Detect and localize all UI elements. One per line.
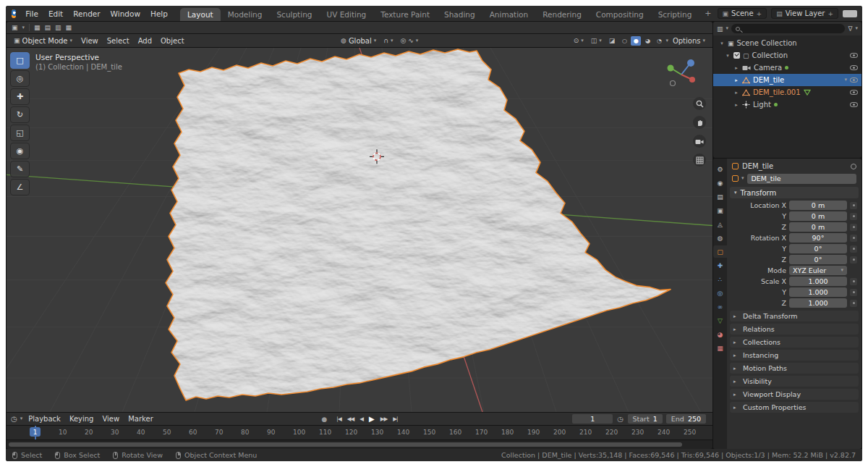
hide-eye-icon[interactable]	[850, 65, 858, 70]
topbar-menu[interactable]: Render	[68, 8, 105, 20]
view-layer-selector[interactable]: ▤ View Layer +	[771, 8, 838, 19]
location-z-field[interactable]: 0 m	[789, 222, 847, 232]
shading-material-button[interactable]: ◕	[642, 36, 652, 46]
outliner-search[interactable]	[731, 24, 845, 33]
rotation-mode-dropdown[interactable]: XYZ Euler ▾	[789, 266, 847, 275]
transform-orientation-selector[interactable]: ◍ Global ▾	[338, 36, 379, 46]
disclosure-closed-icon[interactable]: ▸	[733, 77, 739, 83]
rotation-z-field[interactable]: 0°	[789, 255, 847, 264]
move-tool[interactable]: ✚	[10, 88, 30, 105]
viewport-menu[interactable]: Add	[134, 36, 156, 46]
workspace-tab[interactable]: Layout	[180, 8, 221, 21]
hide-eye-icon[interactable]	[850, 53, 858, 58]
orthographic-grid-icon[interactable]	[693, 153, 706, 167]
shading-dropdown-icon[interactable]: ▾	[665, 38, 668, 43]
workspace-tab[interactable]: Sculpting	[269, 8, 319, 21]
tab-scene[interactable]: ◬	[713, 218, 727, 230]
outliner-row-light[interactable]: ▸ Light	[713, 98, 861, 111]
disclosure-open-icon[interactable]: ▾	[719, 41, 725, 46]
cursor-tool[interactable]: ◎	[10, 70, 30, 87]
zoom-icon[interactable]	[693, 97, 706, 110]
topbar-menu[interactable]: File	[20, 8, 43, 20]
scale-x-field[interactable]: 1.000	[789, 277, 847, 286]
workspace-tab[interactable]: UV Editing	[319, 8, 373, 21]
select-mode-new-icon[interactable]: ▦	[34, 24, 41, 31]
visibility-dropdown[interactable]: ⊙ ▾	[571, 36, 587, 45]
timeline-ruler[interactable]: 1020304050607080901001101201301401501601…	[7, 426, 712, 439]
chevron-down-icon[interactable]: ▾	[844, 77, 847, 83]
scale-y-field[interactable]: 1.000	[789, 287, 847, 297]
chevron-down-icon[interactable]: ▾	[855, 26, 858, 31]
decorator-keyframe-button[interactable]	[850, 202, 857, 209]
pin-icon[interactable]	[851, 164, 856, 169]
disclosure-closed-icon[interactable]: ▸	[733, 65, 739, 71]
timeline-tick[interactable]: 100	[293, 429, 319, 436]
start-frame-field[interactable]: Start 1	[628, 414, 663, 424]
rotation-x-field[interactable]: 90°	[789, 233, 847, 243]
collapsed-panel-header[interactable]: Collections	[730, 337, 859, 348]
tab-tool[interactable]: ⚙	[713, 163, 727, 175]
rotation-y-field[interactable]: 0°	[789, 244, 847, 253]
shading-wireframe-button[interactable]: ○	[619, 36, 629, 46]
outliner-editor-icon[interactable]: ▥	[717, 25, 723, 33]
outliner-row-camera[interactable]: ▸ Camera	[713, 62, 861, 74]
timeline-tick[interactable]: 200	[553, 429, 579, 436]
collapsed-panel-header[interactable]: Instancing	[730, 350, 859, 361]
workspace-tab[interactable]: Animation	[482, 8, 536, 21]
viewport-canvas[interactable]	[7, 48, 712, 412]
timeline-tick[interactable]: 70	[215, 429, 241, 436]
active-tool-dropdown-icon[interactable]: ▾	[22, 25, 25, 30]
tab-render[interactable]: ◉	[713, 177, 727, 189]
location-y-field[interactable]: 0 m	[789, 211, 847, 221]
blender-logo-icon[interactable]	[12, 9, 16, 18]
outliner-row-scene-collection[interactable]: ▾ ▣ Scene Collection	[713, 37, 861, 49]
tab-modifiers[interactable]: ✚	[713, 259, 727, 272]
collapsed-panel-header[interactable]: Motion Paths	[730, 363, 859, 374]
xray-toggle[interactable]: ◪	[606, 36, 618, 45]
collapsed-panel-header[interactable]: Custom Properties	[730, 402, 859, 413]
new-scene-icon[interactable]: +	[757, 10, 762, 17]
timeline-tick[interactable]: 210	[579, 429, 605, 436]
timeline-tick[interactable]: 180	[501, 429, 527, 436]
camera-view-icon[interactable]	[693, 135, 706, 148]
select-mode-invert-icon[interactable]: ▦	[66, 24, 72, 31]
timeline-menu[interactable]: Playback	[24, 414, 65, 424]
timeline-menu[interactable]: Keying	[65, 414, 98, 424]
timeline-scroll-track[interactable]	[7, 440, 712, 449]
decorator-keyframe-button[interactable]	[850, 278, 857, 285]
timeline-tick[interactable]: 90	[267, 429, 293, 436]
decorator-keyframe-button[interactable]	[850, 235, 857, 242]
tab-view-layer[interactable]: ▣	[713, 204, 727, 216]
snap-toggle[interactable]: ∩ ▾	[380, 36, 396, 45]
timeline-menu[interactable]: Marker	[124, 414, 158, 424]
topbar-menu[interactable]: Edit	[43, 8, 68, 20]
select-mode-subtract-icon[interactable]: ▥	[55, 24, 61, 31]
tab-particles[interactable]: ∴	[713, 273, 727, 285]
hide-eye-icon[interactable]	[850, 102, 858, 107]
workspace-tab[interactable]: Texture Paint	[373, 8, 437, 21]
timeline-tick[interactable]: 250	[684, 429, 710, 436]
shading-solid-button[interactable]: ●	[631, 36, 641, 46]
outliner-row-dem-tile[interactable]: ▸ DEM_tile ▾	[713, 74, 861, 86]
add-workspace-button[interactable]: +	[699, 9, 717, 18]
hide-eye-icon[interactable]	[850, 90, 858, 95]
timeline-tick[interactable]: 190	[527, 429, 553, 436]
timeline-tick[interactable]: 150	[423, 429, 449, 436]
playback-button[interactable]: ◀	[357, 416, 365, 422]
options-dropdown[interactable]: Options ▾	[670, 37, 708, 45]
timeline-tick[interactable]: 40	[137, 429, 163, 436]
scene-selector[interactable]: ▣ Scene +	[718, 8, 767, 19]
tab-world[interactable]: ◍	[713, 232, 727, 244]
workspace-tab[interactable]: Rendering	[535, 8, 589, 21]
disclosure-closed-icon[interactable]: ▸	[733, 102, 739, 108]
workspace-tab[interactable]: Modeling	[221, 8, 270, 21]
collapsed-panel-header[interactable]: Delta Transform	[730, 311, 859, 321]
timeline-tick[interactable]: 50	[163, 429, 189, 436]
workspace-tab[interactable]: Scripting	[651, 8, 699, 21]
timeline-tick[interactable]: 110	[319, 429, 345, 436]
transform-tool[interactable]: ◉	[10, 143, 30, 159]
decorator-keyframe-button[interactable]	[850, 256, 857, 264]
playback-button[interactable]: ▶	[367, 415, 377, 423]
timeline-menu[interactable]: View	[98, 414, 124, 424]
topbar-menu[interactable]: Help	[145, 8, 173, 20]
